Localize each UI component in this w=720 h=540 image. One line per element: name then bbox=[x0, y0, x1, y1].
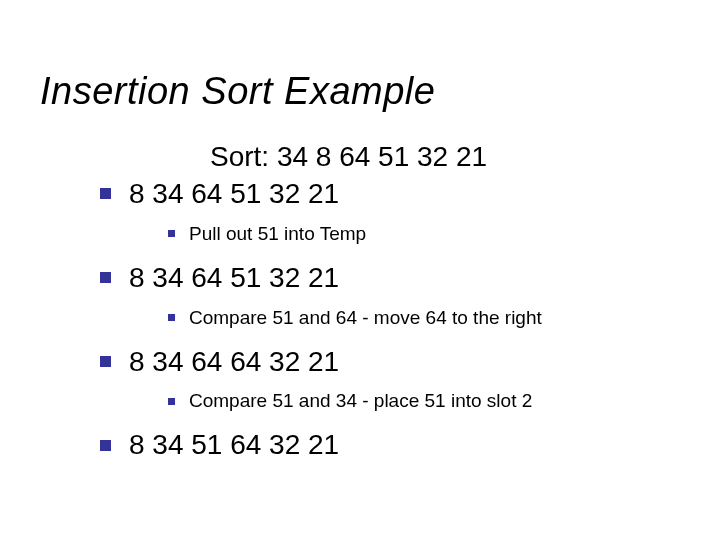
square-bullet-icon bbox=[100, 188, 111, 199]
step-sequence: 8 34 51 64 32 21 bbox=[129, 426, 339, 464]
sort-original-line: Sort: 34 8 64 51 32 21 bbox=[210, 141, 690, 173]
square-bullet-icon bbox=[168, 230, 175, 237]
square-bullet-icon bbox=[100, 440, 111, 451]
step-row: 8 34 51 64 32 21 bbox=[100, 426, 690, 464]
step-note: Compare 51 and 34 - place 51 into slot 2 bbox=[189, 390, 532, 412]
step-sequence: 8 34 64 51 32 21 bbox=[129, 175, 339, 213]
square-bullet-icon bbox=[168, 398, 175, 405]
slide-title: Insertion Sort Example bbox=[40, 70, 690, 113]
step-row: 8 34 64 51 32 21 bbox=[100, 175, 690, 213]
step-note-row: Compare 51 and 34 - place 51 into slot 2 bbox=[168, 390, 690, 412]
step-note-row: Pull out 51 into Temp bbox=[168, 223, 690, 245]
step-note: Pull out 51 into Temp bbox=[189, 223, 366, 245]
step-sequence: 8 34 64 51 32 21 bbox=[129, 259, 339, 297]
step-note-row: Compare 51 and 64 - move 64 to the right bbox=[168, 307, 690, 329]
step-sequence: 8 34 64 64 32 21 bbox=[129, 343, 339, 381]
step-row: 8 34 64 64 32 21 bbox=[100, 343, 690, 381]
square-bullet-icon bbox=[168, 314, 175, 321]
square-bullet-icon bbox=[100, 356, 111, 367]
slide: Insertion Sort Example Sort: 34 8 64 51 … bbox=[0, 0, 720, 540]
square-bullet-icon bbox=[100, 272, 111, 283]
step-row: 8 34 64 51 32 21 bbox=[100, 259, 690, 297]
step-note: Compare 51 and 64 - move 64 to the right bbox=[189, 307, 542, 329]
